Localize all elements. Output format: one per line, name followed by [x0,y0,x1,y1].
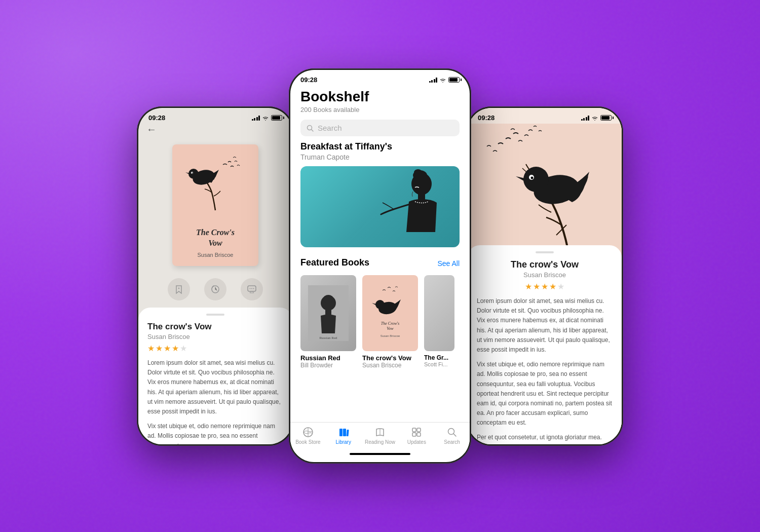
history-button[interactable] [204,278,226,300]
tab-book-store[interactable]: Book Store [294,427,322,445]
books-available: 200 Books available [300,106,460,113]
updates-icon [411,427,422,438]
book-cover-left: The Crow'sVow Susan Briscoe [172,144,258,266]
left-desc2: Vix stet ubique et, odio nemore reprimiq… [147,422,283,444]
svg-rect-31 [417,428,421,432]
see-all-button[interactable]: See All [437,259,460,268]
action-buttons [138,271,292,308]
svg-text:Vow: Vow [387,326,394,331]
svg-point-20 [375,300,385,309]
left-status-bar: 09:28 [138,108,292,124]
third-book-title: The Gr... [424,354,454,361]
right-desc3: Per et quot consetetur, ut ignota gloria… [477,433,613,444]
reading-now-icon [374,427,386,438]
tab-search-label: Search [444,439,460,445]
tab-book-store-label: Book Store [295,439,320,445]
book-card-third[interactable]: The Gr... Scott Fi... [424,275,454,369]
phone-right: 09:28 [466,106,623,446]
back-button[interactable]: ← [146,124,157,135]
right-star-5: ★ [557,282,564,291]
svg-point-6 [250,288,251,289]
wifi-icon [262,116,269,121]
search-bar[interactable]: Search [300,120,460,136]
tab-library[interactable]: Library [329,427,357,445]
tab-bar: Book Store Library [290,422,470,453]
left-desc1: Lorem ipsum dolor sit amet, sea wisi mel… [147,358,283,416]
svg-text:Russian Red: Russian Red [319,336,337,340]
right-star-3: ★ [541,282,548,291]
right-status-bar: 09:28 [468,108,622,124]
left-header: ← [138,124,292,139]
phones-container: 09:28 [137,68,623,464]
russian-red-art: Russian Red [308,285,349,341]
right-stars: ★ ★ ★ ★ ★ [477,282,613,291]
svg-point-38 [531,177,534,179]
star-2: ★ [156,344,163,353]
svg-rect-32 [412,433,416,436]
russian-red-cover: Russian Red [300,275,356,351]
featured-books-header: Featured Books See All [300,257,460,269]
right-hero-art [468,124,622,255]
chat-button[interactable] [241,278,263,300]
phone-left: 09:28 [137,106,294,446]
star-4: ★ [172,344,179,353]
center-header: Bookshelf 200 Books available Search [290,86,470,141]
svg-rect-27 [343,429,346,436]
svg-text:Susan Briscoe: Susan Briscoe [381,334,400,337]
right-star-4: ★ [549,282,556,291]
left-sheet-author: Susan Briscoe [147,333,283,340]
featured-single-title: Breakfast at Tiffany's [300,141,460,152]
right-desc1: Lorem ipsum dolor sit amet, sea wisi mel… [477,296,613,355]
left-sheet-title: The crow's Vow [147,322,283,332]
right-hero [468,124,622,255]
featured-book-image [300,166,460,247]
right-signal-icon [581,116,590,121]
right-star-2: ★ [533,282,540,291]
svg-rect-28 [346,430,349,436]
tab-updates[interactable]: Updates [403,427,431,445]
right-screen: 09:28 [468,108,622,444]
bookmark-button[interactable] [168,278,190,300]
svg-point-8 [253,288,254,289]
featured-single-author: Truman Capote [300,153,460,161]
svg-point-7 [251,288,252,289]
left-stars: ★ ★ ★ ★ ★ [147,344,283,353]
crow-art-left [182,155,248,215]
search-placeholder: Search [318,124,342,132]
center-screen: 09:28 [290,70,470,462]
svg-point-16 [323,295,333,303]
left-cover-title: The Crow'sVow [196,227,235,249]
center-wifi-icon [439,78,446,83]
audrey-svg [378,166,449,247]
tab-reading-now[interactable]: Reading Now [365,427,395,445]
star-1: ★ [147,344,155,353]
crows-vow-cover: The Crow's Vow Susan Briscoe [362,275,418,351]
battery-icon [271,115,282,121]
center-battery-icon [448,77,460,83]
right-wifi-icon [591,116,598,121]
library-icon [338,427,349,438]
search-icon [307,125,314,132]
tab-search[interactable]: Search [438,427,466,445]
sheet-handle-right [536,251,554,253]
left-bottom-sheet: The crow's Vow Susan Briscoe ★ ★ ★ ★ ★ L… [138,308,292,444]
book-card-crows-vow[interactable]: The Crow's Vow Susan Briscoe The crow's … [362,275,418,369]
center-status-bar: 09:28 [290,70,470,86]
center-content: Breakfast at Tiffany's Truman Capote [290,141,470,422]
bookshelf-title: Bookshelf [300,89,460,105]
bookstore-icon [302,427,314,438]
search-tab-icon [446,427,458,438]
russian-red-title: Russian Red [300,354,356,362]
crows-vow-author: Susan Briscoe [362,362,418,369]
svg-rect-33 [417,433,421,436]
right-sheet-title: The crow's Vow [477,259,613,270]
book-card-russian-red[interactable]: Russian Red Russian Red Bill Browder [300,275,356,369]
center-home-indicator [350,453,410,455]
tab-updates-label: Updates [407,439,426,445]
books-row: Russian Red Russian Red Bill Browder [300,275,460,374]
star-3: ★ [164,344,171,353]
russian-red-author: Bill Browder [300,362,356,369]
right-time: 09:28 [478,114,495,122]
left-time: 09:28 [148,114,165,122]
svg-point-1 [188,169,199,179]
